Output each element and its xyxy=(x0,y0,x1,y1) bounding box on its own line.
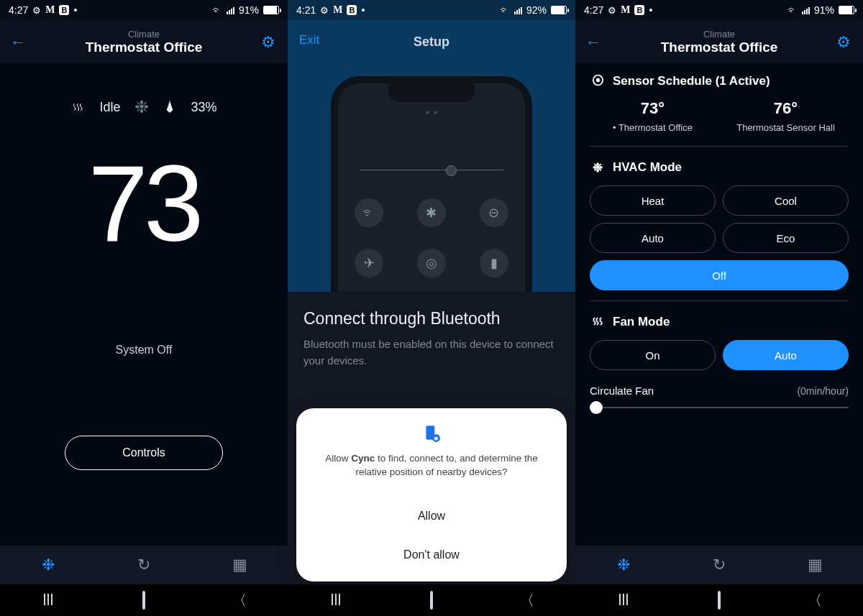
fan-icon: ᯾ xyxy=(590,314,606,330)
nav-home[interactable] xyxy=(705,592,734,609)
android-statusbar: 4:21 M B ᯤ 92% xyxy=(288,0,575,20)
settings-notif-icon xyxy=(608,4,616,16)
circulate-value: (0min/hour) xyxy=(797,385,849,397)
nav-home[interactable] xyxy=(417,592,446,609)
slider-thumb[interactable] xyxy=(590,401,603,414)
sensor-schedule-label: Sensor Schedule (1 Active) xyxy=(613,74,770,88)
circulate-fan-row: Circulate Fan (0min/hour) xyxy=(590,385,849,397)
wifi-icon: ᯤ xyxy=(500,4,510,16)
sensor-name: • Thermostat Office xyxy=(590,122,716,133)
battery-percent: 92% xyxy=(526,4,547,16)
nav-home[interactable] xyxy=(129,592,158,609)
permission-dialog: ✱ Allow Cync to find, connect to, and de… xyxy=(296,408,567,581)
battery-percent: 91% xyxy=(814,4,834,16)
sensor-icon: ⦿ xyxy=(590,73,606,89)
controls-button[interactable]: Controls xyxy=(65,436,223,470)
android-statusbar: 4:27 M B ᯤ 91% xyxy=(575,0,863,20)
fan-mode-label: Fan Mode xyxy=(613,315,670,329)
signal-icon xyxy=(514,6,522,14)
battery-icon xyxy=(263,6,279,14)
app-b-icon: B xyxy=(347,5,357,15)
settings-button[interactable]: ⚙ xyxy=(257,32,279,53)
illo-wifi-icon: ᯤ xyxy=(355,198,383,227)
gear-icon: ⚙ xyxy=(836,33,851,52)
calendar-icon: ▦ xyxy=(232,556,247,574)
battery-icon xyxy=(839,6,854,14)
system-state-label: System Off xyxy=(116,344,173,357)
sensor-card[interactable]: 73° • Thermostat Office xyxy=(590,99,716,133)
android-navbar: 〈 xyxy=(575,584,863,616)
nearby-devices-icon: ✱ xyxy=(421,424,442,444)
tab-schedule[interactable]: ▦ xyxy=(225,551,254,579)
thermostat-main: ᯾ Idle ❉ 🌢 33% 73 System Off Controls xyxy=(0,63,288,546)
hvac-heat-button[interactable]: Heat xyxy=(590,185,716,216)
signal-icon xyxy=(802,6,810,14)
signal-icon xyxy=(227,6,234,14)
hvac-off-button[interactable]: Off xyxy=(590,260,849,290)
status-time: 4:27 xyxy=(584,4,603,16)
hvac-icon: ❉ xyxy=(590,160,606,175)
header-eyebrow: Climate xyxy=(86,29,203,40)
sensor-name: Thermostat Sensor Hall xyxy=(723,122,849,133)
history-icon: ↻ xyxy=(713,556,726,574)
setup-title: Setup xyxy=(414,35,449,50)
hvac-mode-grid: Heat Cool Auto Eco Off xyxy=(590,185,849,290)
sensor-schedule-header[interactable]: ⦿ Sensor Schedule (1 Active) xyxy=(590,73,849,89)
fan-on-button[interactable]: On xyxy=(590,340,716,370)
illo-hotspot-icon: ◎ xyxy=(417,249,446,277)
nav-back[interactable]: 〈 xyxy=(225,591,254,610)
more-notif-icon xyxy=(361,4,365,16)
fan-mode-header: ᯾ Fan Mode xyxy=(590,314,849,330)
sensor-temp: 73° xyxy=(590,99,716,118)
header-eyebrow: Climate xyxy=(661,29,778,40)
tab-schedule[interactable]: ▦ xyxy=(800,551,829,579)
more-notif-icon xyxy=(649,4,652,16)
permission-text: Allow Cync to find, connect to, and dete… xyxy=(311,451,552,479)
gear-icon: ⚙ xyxy=(261,33,275,52)
controls-panel: ⦿ Sensor Schedule (1 Active) 73° • Therm… xyxy=(575,63,863,546)
tab-history[interactable]: ↻ xyxy=(705,551,734,579)
settings-notif-icon xyxy=(32,4,41,16)
circulate-slider[interactable] xyxy=(590,407,849,408)
nav-back[interactable]: 〈 xyxy=(800,591,829,610)
tab-bar: ❉ ↻ ▦ xyxy=(0,546,288,584)
back-button[interactable]: ← xyxy=(583,32,604,53)
calendar-icon: ▦ xyxy=(808,556,823,574)
nav-recents[interactable] xyxy=(321,592,350,609)
sensor-card[interactable]: 76° Thermostat Sensor Hall xyxy=(723,99,849,133)
hvac-mode-header: ❉ HVAC Mode xyxy=(590,160,849,175)
exit-button[interactable]: Exit xyxy=(299,33,319,47)
android-navbar: 〈 xyxy=(288,584,575,616)
status-time: 4:21 xyxy=(296,4,316,16)
divider xyxy=(590,146,849,147)
wifi-icon: ᯤ xyxy=(787,4,798,16)
setup-heading: Connect through Bluetooth xyxy=(303,309,560,328)
fan-auto-button[interactable]: Auto xyxy=(723,340,849,370)
permission-allow-button[interactable]: Allow xyxy=(311,497,552,535)
hvac-eco-button[interactable]: Eco xyxy=(723,223,849,253)
status-time: 4:27 xyxy=(9,4,28,16)
nav-back[interactable]: 〈 xyxy=(513,591,542,610)
settings-button[interactable]: ⚙ xyxy=(833,32,854,53)
app-b-icon: B xyxy=(59,5,69,15)
tab-thermostat[interactable]: ❉ xyxy=(609,551,638,579)
back-arrow-icon: ← xyxy=(10,33,26,52)
hvac-cool-button[interactable]: Cool xyxy=(723,185,849,216)
back-button[interactable]: ← xyxy=(7,32,29,53)
tab-history[interactable]: ↻ xyxy=(129,551,158,579)
battery-icon xyxy=(551,6,567,14)
nav-recents[interactable] xyxy=(609,592,638,609)
divider xyxy=(590,300,849,301)
tab-thermostat[interactable]: ❉ xyxy=(34,551,63,579)
hvac-tab-icon: ❉ xyxy=(617,556,630,574)
hvac-tab-icon: ❉ xyxy=(42,556,55,574)
permission-deny-button[interactable]: Don't allow xyxy=(311,535,552,574)
header-title: Thermostat Office xyxy=(661,40,778,55)
history-icon: ↻ xyxy=(137,556,150,574)
app-header: ← Climate Thermostat Office ⚙ xyxy=(0,20,288,63)
hvac-auto-button[interactable]: Auto xyxy=(590,223,716,253)
nav-recents[interactable] xyxy=(34,592,63,609)
phone-illustration: ᯤ ✱ ⊝ ✈ ◎ ▮ xyxy=(331,76,532,292)
fan-icon: ᯾ xyxy=(70,99,86,115)
humidity-value: 33% xyxy=(191,100,217,115)
